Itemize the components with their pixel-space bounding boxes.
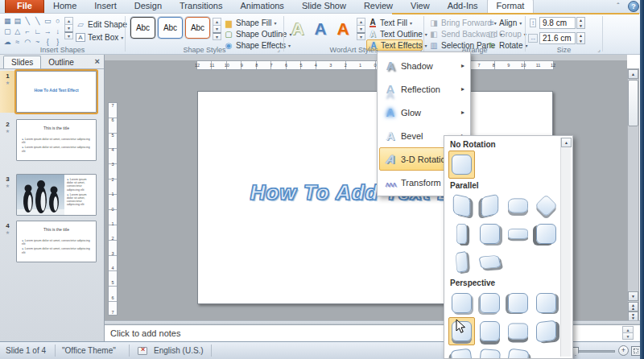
picture-alt-shape-icon[interactable]: ▤	[13, 16, 23, 27]
rotation-option-p-bottom-wide[interactable]	[505, 317, 531, 345]
slide-1-thumbnail[interactable]: How To Add Text Effect	[16, 71, 97, 113]
scroll-down-icon[interactable]: ▼	[628, 291, 638, 301]
rotation-option-p-tilt-bottom[interactable]	[477, 345, 503, 359]
theme-name[interactable]: "Office Theme"	[62, 346, 116, 355]
rotation-option-iso-top[interactable]	[505, 192, 531, 220]
text-box-button[interactable]: Text Box▾	[74, 31, 125, 43]
previous-slide-icon[interactable]: ▲▲	[628, 302, 638, 312]
ruler-number: 11	[207, 63, 217, 68]
shape-fill-button[interactable]: Shape Fill▾	[222, 17, 278, 28]
wordart-style-sample[interactable]: A	[287, 16, 308, 41]
shape-height-field[interactable]: 9.8 cm	[539, 17, 576, 29]
menu-item-shadow[interactable]: Shadow▸	[379, 54, 469, 77]
rotation-option-p-tilt-right[interactable]	[505, 345, 531, 359]
button-label: Bring Forward	[441, 19, 492, 27]
oval-shape-icon[interactable]: ○	[53, 16, 64, 27]
triangle-shape-icon[interactable]: △	[13, 27, 23, 37]
slide-2-thumbnail[interactable]: This is the titleLorem ipsum dolor sit a…	[16, 119, 97, 161]
line-2-shape-icon[interactable]: ╲	[33, 16, 43, 27]
zoom-in-button[interactable]: +	[618, 345, 629, 356]
menu-item-reflection[interactable]: Reflection▸	[379, 77, 469, 101]
rotation-option-edge-right[interactable]	[477, 220, 503, 248]
rotation-option-iso-right[interactable]	[477, 192, 503, 220]
slide-indicator: Slide 1 of 4	[6, 346, 46, 355]
scrollbar-thumb[interactable]	[628, 80, 638, 126]
bevel-a-icon	[380, 129, 401, 142]
tab-transitions[interactable]: Transitions	[171, 0, 231, 13]
help-icon[interactable]: ?	[628, 1, 639, 12]
rotation-option-flat-tilt[interactable]	[477, 248, 503, 276]
minimize-ribbon-icon[interactable]: ˆ	[613, 2, 624, 12]
rotation-option-flat[interactable]	[448, 151, 475, 179]
rotation-option-p-front-2[interactable]	[477, 289, 503, 317]
tab-home[interactable]: Home	[44, 0, 85, 13]
bring-forward-icon	[429, 18, 439, 27]
slide-3-thumbnail[interactable]: Lorem ipsum dolor sit amet, consectetur …	[16, 174, 97, 216]
arrow-down-shape-icon[interactable]: ↓	[53, 27, 64, 37]
vertical-scrollbar[interactable]: ▲ ▼ ▲▲ ▼▼	[627, 68, 639, 320]
tab-review[interactable]: Review	[355, 0, 402, 13]
size-dialog-launcher-icon[interactable]: ⌟	[597, 47, 601, 53]
gallery-more-icon[interactable]: ▾	[213, 32, 221, 40]
rounded-rectangle-shape-icon[interactable]: ▢	[2, 27, 13, 37]
shape-style-sample[interactable]: Abc	[185, 17, 210, 39]
rotation-option-p-front[interactable]	[448, 289, 475, 317]
rotation-option-iso-left[interactable]	[448, 192, 475, 220]
rectangle-shape-icon[interactable]: ▭	[43, 16, 53, 27]
menu-item-glow[interactable]: Glow▸	[379, 101, 469, 124]
text-fill-button[interactable]: Text Fill▾	[366, 17, 423, 28]
tab-format[interactable]: Format	[487, 0, 535, 14]
notes-placeholder[interactable]: Click to add notes	[110, 328, 180, 338]
close-icon[interactable]: ×	[95, 57, 100, 66]
tab-animations[interactable]: Animations	[231, 0, 292, 13]
rotation-option-flat-low[interactable]	[505, 220, 531, 248]
spelling-check-icon[interactable]	[138, 347, 147, 355]
tab-slide-show[interactable]: Slide Show	[293, 0, 355, 13]
rotation-option-narrow-tilt[interactable]	[448, 248, 475, 276]
shape-style-sample[interactable]: Abc	[130, 17, 155, 39]
wordart-style-sample[interactable]: A	[332, 16, 353, 41]
language-status[interactable]: English (U.S.)	[154, 346, 204, 355]
shape-styles-dialog-launcher-icon[interactable]: ⌟	[277, 47, 280, 53]
ruler-number: 4	[109, 147, 117, 154]
picture-frame-shape-icon[interactable]: ▦	[2, 16, 13, 27]
scroll-up-icon[interactable]: ▲	[628, 69, 638, 79]
align-button[interactable]: Align▾	[485, 17, 523, 28]
gallery-scroll-up-icon[interactable]: ▲	[561, 138, 572, 147]
gallery-more-icon[interactable]: ▾	[64, 31, 73, 39]
panel-tab-outline[interactable]: Outline	[41, 56, 81, 68]
notes-scroll-down-icon[interactable]: ▼	[622, 332, 634, 340]
wordart-style-sample[interactable]: A	[310, 16, 331, 41]
rotation-option-p-bottom[interactable]	[477, 317, 503, 345]
tab-design[interactable]: Design	[126, 0, 171, 13]
tab-insert[interactable]: Insert	[85, 0, 126, 13]
text-fill-icon	[368, 18, 378, 27]
rotation-option-narrow-left[interactable]	[448, 220, 475, 248]
tab-file[interactable]: File	[5, 0, 44, 13]
rotation-option-p-right[interactable]	[533, 289, 559, 317]
shape-style-sample[interactable]: Abc	[158, 17, 183, 39]
slide-number: 3	[0, 175, 15, 183]
shape-width-stepper[interactable]: ▲▼	[576, 32, 585, 44]
arrow-right-shape-icon[interactable]: →	[43, 27, 53, 37]
rotation-option-iso-diamond[interactable]	[533, 192, 559, 220]
slide-4-thumbnail[interactable]: This is the titleLorem ipsum dolor sit a…	[16, 221, 97, 262]
rotation-option-edge-left[interactable]	[533, 220, 559, 248]
tab-view[interactable]: View	[402, 0, 439, 13]
zoom-slider-handle[interactable]	[572, 347, 579, 356]
text-outline-button[interactable]: Text Outline▾	[366, 28, 423, 39]
slides-panel-tabs: SlidesOutline	[0, 55, 104, 69]
slides-panel: SlidesOutline × 1★How To Add Text Effect…	[0, 55, 105, 341]
elbow-connector-shape-icon[interactable]: ∟	[33, 27, 43, 37]
rotation-option-p-tilt-left[interactable]	[448, 345, 475, 359]
gallery-scrollbar[interactable]: ▲	[560, 138, 571, 357]
line-shape-icon[interactable]: ╲	[23, 16, 33, 27]
tab-add-ins[interactable]: Add-Ins	[439, 0, 487, 13]
panel-tab-slides[interactable]: Slides	[3, 56, 41, 68]
rotation-option-p-left[interactable]	[505, 289, 531, 317]
elbow-shape-icon[interactable]: ⌐	[23, 27, 33, 37]
shape-height-stepper[interactable]: ▲▼	[576, 17, 585, 29]
shape-width-field[interactable]: 21.6 cm	[539, 32, 576, 44]
rotation-option-p-side[interactable]	[533, 317, 559, 345]
gallery-more-icon[interactable]: ▾	[357, 32, 365, 40]
